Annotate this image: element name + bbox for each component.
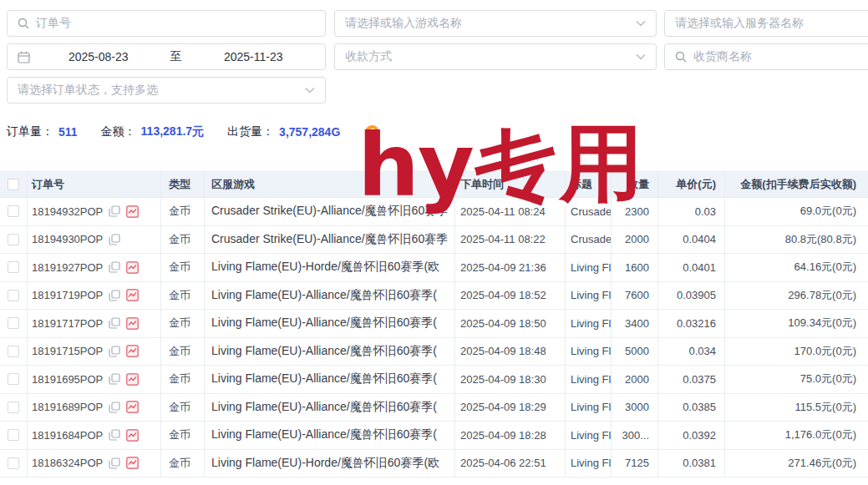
unit-price: 0.0375: [658, 366, 725, 393]
game-name-select[interactable]: 请选择或输入游戏名称: [334, 10, 657, 37]
row-checkbox[interactable]: [8, 261, 19, 273]
order-type: 金币: [161, 450, 205, 477]
copy-icon[interactable]: [109, 429, 120, 441]
table-header-row: 订单号 类型 区服游戏 下单时间 标题 数量 单价(元) 金额(扣手续费后实收额…: [0, 171, 868, 198]
amount: 75.0元(0元): [725, 366, 868, 393]
order-time: 2025-04-09 18:48: [455, 338, 566, 366]
row-checkbox[interactable]: [8, 402, 19, 413]
quantity: 7600: [612, 282, 658, 310]
unit-price: 0.0381: [658, 450, 725, 477]
image-icon[interactable]: [126, 345, 139, 357]
copy-icon[interactable]: [109, 205, 120, 217]
image-icon[interactable]: [126, 429, 139, 442]
row-checkbox[interactable]: [8, 346, 19, 357]
search-icon: [675, 51, 687, 63]
row-checkbox[interactable]: [8, 234, 19, 245]
quantity: 2300: [612, 198, 658, 225]
order-title: Living Fl: [566, 394, 612, 422]
row-checkbox[interactable]: [8, 317, 19, 329]
order-number: 18191684POP: [32, 429, 103, 442]
copy-icon[interactable]: [109, 457, 120, 469]
receiver-name-input[interactable]: 收货商名称: [664, 43, 868, 70]
help-icon[interactable]: ?: [365, 125, 379, 139]
date-start-value[interactable]: 2025-08-23: [37, 50, 160, 63]
image-icon[interactable]: [126, 205, 139, 218]
chevron-down-icon: [636, 53, 646, 60]
copy-icon[interactable]: [109, 290, 120, 301]
game-server: Living Flame(EU)-Alliance/魔兽怀旧60赛季(: [205, 366, 455, 393]
amount: 69.0元(0元): [725, 198, 868, 225]
table-row: 18194930POP 金币 Crusader Strike(EU)-Allia…: [0, 226, 868, 255]
order-number: 18191927POP: [32, 261, 103, 274]
order-time: 2025-04-09 18:30: [455, 366, 566, 393]
game-server: Living Flame(EU)-Alliance/魔兽怀旧60赛季(: [205, 394, 455, 422]
row-checkbox[interactable]: [8, 290, 19, 301]
order-status-placeholder: 请选择订单状态，支持多选: [18, 83, 158, 98]
order-number: 18191695POP: [32, 373, 103, 386]
unit-price: 0.0392: [658, 422, 725, 449]
row-checkbox[interactable]: [8, 373, 19, 385]
amount-label: 金额：: [101, 124, 136, 139]
payment-method-placeholder: 收款方式: [345, 49, 392, 64]
image-icon[interactable]: [126, 261, 139, 274]
image-icon[interactable]: [126, 401, 139, 413]
quantity: 3400: [612, 310, 658, 337]
order-title: Living Fl: [566, 450, 612, 477]
quantity: 2000: [612, 366, 658, 393]
image-icon[interactable]: [126, 317, 139, 330]
search-icon: [18, 18, 29, 29]
date-separator: 至: [167, 49, 185, 64]
order-time: 2025-04-11 08:22: [455, 226, 566, 254]
image-icon[interactable]: [126, 373, 139, 386]
receiver-name-placeholder: 收货商名称: [693, 49, 752, 64]
chevron-down-icon: [305, 87, 315, 93]
col-header-amount: 金额(扣手续费后实收额): [725, 172, 868, 197]
row-checkbox[interactable]: [8, 457, 19, 469]
unit-price: 0.0401: [658, 254, 725, 281]
order-number: 18191717POP: [32, 317, 103, 330]
amount-value: 113,281.7元: [141, 124, 205, 139]
row-checkbox[interactable]: [8, 429, 19, 441]
order-title: Living Fl: [566, 310, 612, 337]
image-icon[interactable]: [126, 457, 139, 469]
volume-label: 出货量：: [227, 124, 274, 139]
unit-price: 0.03: [658, 198, 725, 225]
table-row: 18186324POP 金币 Living Flame(EU)-Horde/魔兽…: [0, 450, 868, 478]
table-row: 18191689POP 金币 Living Flame(EU)-Alliance…: [0, 394, 868, 422]
copy-icon[interactable]: [109, 261, 120, 273]
order-type: 金币: [161, 254, 205, 281]
order-type: 金币: [161, 226, 205, 254]
col-header-quantity: 数量: [612, 172, 658, 197]
volume-value: 3,757,284G: [279, 125, 340, 139]
copy-icon[interactable]: [109, 402, 120, 413]
copy-icon[interactable]: [109, 373, 120, 385]
row-checkbox[interactable]: [8, 205, 19, 217]
server-name-select[interactable]: 请选择或输入服务器名称: [664, 10, 868, 37]
order-number-input[interactable]: 订单号: [7, 10, 326, 37]
order-type: 金币: [161, 394, 205, 422]
amount: 1,176.0元(0元): [725, 422, 868, 449]
unit-price: 0.034: [658, 338, 725, 366]
order-title: Living Fl: [566, 282, 612, 310]
amount: 115.5元(0元): [725, 394, 868, 422]
order-number: 18194932POP: [32, 205, 103, 218]
select-all-checkbox[interactable]: [8, 179, 19, 190]
order-time: 2025-04-09 18:50: [455, 310, 566, 337]
date-range-picker[interactable]: 2025-08-23 至 2025-11-23: [7, 43, 326, 70]
image-icon[interactable]: [126, 289, 139, 301]
order-time: 2025-04-11 08:24: [455, 198, 566, 225]
order-type: 金币: [161, 422, 205, 449]
col-header-title: 标题: [566, 172, 612, 197]
copy-icon[interactable]: [109, 317, 120, 329]
copy-icon[interactable]: [109, 234, 120, 245]
unit-price: 0.03216: [658, 310, 725, 337]
order-status-select[interactable]: 请选择订单状态，支持多选: [7, 77, 326, 104]
col-header-order-no: 订单号: [28, 172, 161, 197]
payment-method-select[interactable]: 收款方式: [334, 43, 657, 70]
table-body: 18194932POP 金币 Crusader Strike(EU)-Allia…: [0, 198, 868, 477]
game-server: Living Flame(EU)-Alliance/魔兽怀旧60赛季(: [205, 338, 455, 366]
unit-price: 0.0404: [658, 226, 725, 254]
copy-icon[interactable]: [109, 346, 120, 357]
table-row: 18191715POP 金币 Living Flame(EU)-Alliance…: [0, 338, 868, 366]
date-end-value[interactable]: 2025-11-23: [192, 50, 316, 63]
